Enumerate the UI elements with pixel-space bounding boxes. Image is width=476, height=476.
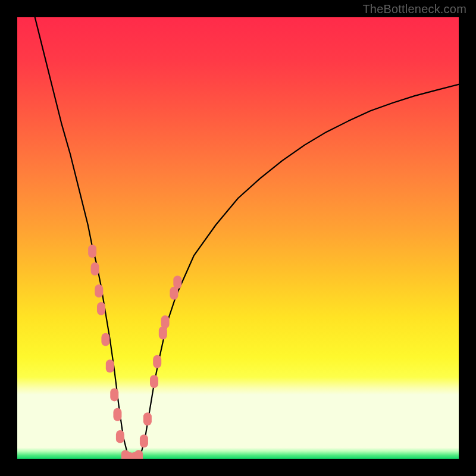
frame: TheBottleneck.com bbox=[0, 0, 476, 476]
data-point bbox=[140, 434, 148, 447]
watermark-text: TheBottleneck.com bbox=[362, 2, 466, 16]
data-point bbox=[173, 275, 181, 289]
data-point bbox=[88, 245, 96, 258]
data-point bbox=[95, 284, 103, 298]
data-point bbox=[161, 315, 170, 328]
data-point bbox=[153, 355, 161, 368]
data-point bbox=[143, 412, 152, 425]
data-point bbox=[110, 388, 118, 401]
data-point bbox=[150, 375, 158, 388]
data-point bbox=[97, 302, 105, 315]
data-point bbox=[106, 359, 114, 372]
highlighted-points bbox=[88, 245, 181, 459]
data-point bbox=[113, 408, 121, 421]
data-point bbox=[116, 430, 124, 443]
bottleneck-curve bbox=[35, 17, 459, 459]
data-point bbox=[101, 333, 109, 346]
curve-layer bbox=[17, 17, 459, 459]
data-point bbox=[134, 450, 143, 459]
plot-area bbox=[17, 17, 459, 459]
data-point bbox=[91, 262, 99, 275]
